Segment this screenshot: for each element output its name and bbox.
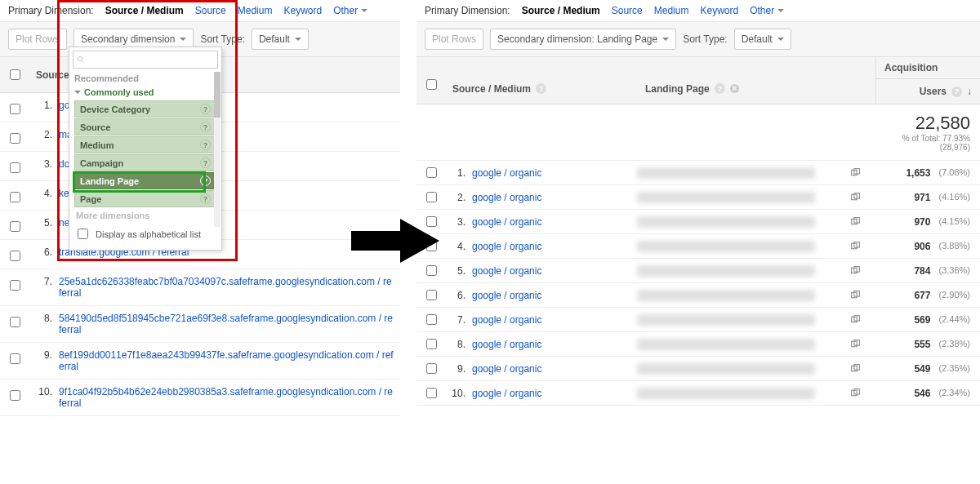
- row-source-medium[interactable]: google / organic: [466, 290, 637, 301]
- open-link-icon[interactable]: [850, 339, 861, 349]
- row-checkbox[interactable]: [10, 104, 20, 114]
- row-landing-page[interactable]: [637, 363, 846, 375]
- help-icon: ?: [200, 158, 211, 168]
- open-link-icon[interactable]: [850, 314, 861, 325]
- primary-dimension-label: Primary Dimension:: [8, 5, 94, 16]
- col-landing-page[interactable]: Landing Page ? ✕: [639, 57, 875, 104]
- dropdown-item-medium[interactable]: Medium?: [74, 136, 216, 153]
- row-source-medium[interactable]: google / organic: [466, 167, 637, 179]
- open-link-icon[interactable]: [850, 192, 861, 202]
- row-source-medium[interactable]: google / organic: [466, 339, 637, 350]
- remove-dimension-icon[interactable]: ✕: [730, 84, 739, 93]
- dropdown-group[interactable]: Commonly used: [73, 85, 218, 100]
- row-landing-page[interactable]: [637, 388, 846, 399]
- row-source-medium[interactable]: google / organic: [466, 388, 637, 399]
- row-checkbox[interactable]: [10, 133, 20, 144]
- sort-type-button[interactable]: Default: [252, 29, 309, 50]
- dropdown-search-input[interactable]: [84, 53, 213, 66]
- row-checkbox[interactable]: [10, 221, 20, 232]
- primary-dimension-active[interactable]: Source / Medium: [105, 5, 184, 16]
- row-source-medium[interactable]: google / organic: [466, 216, 637, 228]
- primary-link-source[interactable]: Source: [195, 5, 226, 16]
- primary-other[interactable]: Other: [750, 5, 784, 16]
- row-landing-page[interactable]: [637, 216, 846, 228]
- open-link-icon[interactable]: [850, 216, 861, 227]
- row-checkbox[interactable]: [10, 192, 20, 202]
- row-source-medium[interactable]: 25e5a1dc626338feabc7bf0a7034097c.safefra…: [52, 274, 400, 300]
- row-users-pct: (2.90%): [938, 290, 970, 301]
- plot-rows-button[interactable]: Plot Rows: [425, 29, 483, 50]
- dropdown-more-dimensions[interactable]: More dimensions: [73, 208, 218, 223]
- row-landing-page[interactable]: [637, 290, 846, 301]
- row-source-medium[interactable]: 9f1ca04f92b5b4b62e24ebb2980385a3.safefra…: [52, 384, 400, 411]
- row-checkbox[interactable]: [426, 265, 437, 276]
- help-icon[interactable]: ?: [951, 87, 962, 97]
- dropdown-scrollbar[interactable]: [214, 72, 220, 227]
- secondary-dimension-button[interactable]: Secondary dimension: Landing Page: [490, 29, 676, 50]
- row-landing-page[interactable]: [637, 265, 846, 277]
- open-link-icon[interactable]: [850, 363, 861, 374]
- open-link-icon[interactable]: [850, 290, 861, 300]
- caret-down-icon: [180, 38, 186, 41]
- sort-type-button[interactable]: Default: [734, 29, 791, 50]
- row-source-medium[interactable]: google / organic: [466, 265, 637, 277]
- primary-link-source[interactable]: Source: [612, 5, 643, 16]
- dropdown-item-landing-page[interactable]: Landing Page?: [74, 172, 216, 189]
- row-landing-page[interactable]: [637, 241, 846, 252]
- dropdown-item-device-category[interactable]: Device Category?: [74, 100, 216, 118]
- row-checkbox[interactable]: [426, 192, 437, 202]
- row-checkbox[interactable]: [426, 314, 437, 325]
- col-users[interactable]: Users ? ↓: [876, 79, 980, 104]
- row-landing-page[interactable]: [637, 192, 846, 203]
- dropdown-item-source[interactable]: Source?: [74, 118, 216, 135]
- table-row: 9.google / organic549(2.35%): [416, 357, 980, 381]
- row-checkbox[interactable]: [426, 290, 437, 300]
- row-checkbox[interactable]: [426, 167, 437, 178]
- help-icon[interactable]: ?: [715, 83, 725, 94]
- row-landing-page[interactable]: [637, 167, 846, 179]
- primary-other[interactable]: Other: [333, 5, 368, 16]
- row-source-medium[interactable]: google / organic: [466, 241, 637, 252]
- dropdown-alpha-checkbox[interactable]: [78, 229, 88, 239]
- row-number: 5.: [446, 265, 466, 277]
- dropdown-item-page[interactable]: Page?: [74, 190, 216, 207]
- row-source-medium[interactable]: google / organic: [466, 314, 637, 326]
- open-link-icon[interactable]: [850, 388, 861, 398]
- plot-rows-button[interactable]: Plot Rows: [8, 29, 67, 50]
- row-checkbox[interactable]: [10, 280, 20, 291]
- secondary-dimension-dropdown: Recommended Commonly used Device Categor…: [69, 47, 222, 251]
- select-all-checkbox[interactable]: [10, 69, 20, 80]
- primary-link-keyword[interactable]: Keyword: [283, 5, 322, 16]
- dropdown-item-campaign[interactable]: Campaign?: [74, 154, 216, 171]
- dropdown-search[interactable]: [73, 51, 218, 69]
- row-checkbox[interactable]: [10, 317, 20, 327]
- col-source-medium[interactable]: Source / Medium ?: [446, 57, 639, 104]
- open-link-icon[interactable]: [850, 265, 861, 276]
- sort-desc-icon[interactable]: ↓: [967, 86, 972, 97]
- row-checkbox[interactable]: [426, 339, 437, 349]
- row-landing-page[interactable]: [637, 339, 846, 350]
- select-all-checkbox[interactable]: [426, 79, 437, 90]
- row-checkbox[interactable]: [10, 390, 20, 401]
- arrow-icon: [351, 216, 441, 265]
- row-users-pct: (2.44%): [938, 314, 970, 326]
- row-source-medium[interactable]: 584190d5ed8f518945cbe721ae69f3e8.safefra…: [52, 311, 400, 337]
- primary-link-keyword[interactable]: Keyword: [700, 5, 738, 16]
- row-source-medium[interactable]: google / organic: [466, 363, 637, 375]
- primary-link-medium[interactable]: Medium: [654, 5, 689, 16]
- row-checkbox[interactable]: [426, 363, 437, 374]
- caret-down-icon: [361, 9, 368, 12]
- open-link-icon[interactable]: [850, 241, 861, 251]
- row-checkbox[interactable]: [10, 353, 20, 364]
- dropdown-alpha-option[interactable]: Display as alphabetical list: [73, 223, 218, 245]
- row-checkbox[interactable]: [10, 162, 20, 173]
- row-checkbox[interactable]: [426, 388, 437, 398]
- primary-dimension-active[interactable]: Source / Medium: [522, 5, 600, 16]
- primary-link-medium[interactable]: Medium: [238, 5, 273, 16]
- row-checkbox[interactable]: [10, 251, 20, 261]
- row-source-medium[interactable]: 8ef199dd0011e7f1e8aea243b99437fe.safefra…: [52, 348, 400, 374]
- row-source-medium[interactable]: google / organic: [466, 192, 637, 203]
- row-landing-page[interactable]: [637, 314, 846, 326]
- open-link-icon[interactable]: [850, 167, 861, 178]
- help-icon[interactable]: ?: [536, 83, 546, 94]
